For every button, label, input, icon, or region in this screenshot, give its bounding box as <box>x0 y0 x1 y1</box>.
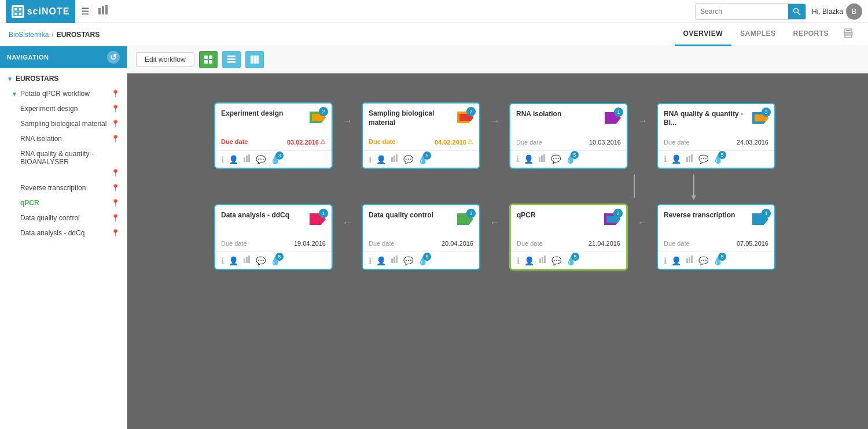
user-icon-qpcr[interactable]: 👤 <box>524 256 534 265</box>
card-sampling[interactable]: Sampling biological material 2 Due date <box>362 102 480 169</box>
card-badge-data-analysis: 1 <box>319 209 328 218</box>
tab-samples[interactable]: SAMPLES <box>731 23 785 46</box>
user-info[interactable]: Hi, Blazka B <box>812 3 862 20</box>
chart-icon-dq[interactable] <box>391 256 399 265</box>
user-icon-rna-qual[interactable]: 👤 <box>671 154 681 164</box>
due-date-data-analysis: 19.04.2016 <box>294 240 326 247</box>
tab-print-icon[interactable] <box>837 28 859 41</box>
comment-icon-dq[interactable]: 💬 <box>403 256 413 265</box>
drop-count-da: 5 <box>275 253 284 261</box>
sidebar-qpcr-label: qPCR <box>20 199 39 207</box>
user-icon-exp[interactable]: 👤 <box>229 155 238 164</box>
comment-icon-da[interactable]: 💬 <box>256 256 266 265</box>
sidebar-item-reverse-transcription[interactable]: Reverse transcription 📍 <box>0 180 127 195</box>
sidebar-item-potato-qpcr[interactable]: ▼ Potato qPCR workflow 📍 <box>0 86 127 101</box>
content: Edit workflow <box>127 46 868 429</box>
chart-icon-exp[interactable] <box>243 154 251 164</box>
view-btn-grid3[interactable] <box>245 51 264 68</box>
svg-rect-44 <box>246 257 248 263</box>
info-icon-sampling[interactable]: ℹ <box>369 155 372 164</box>
drop-count-sampling: 5 <box>423 151 431 160</box>
workflow-canvas[interactable]: Experiment design 2 Due date <box>127 73 868 429</box>
drop-badge-dq: 💧 5 <box>418 256 428 265</box>
svg-rect-31 <box>393 156 395 162</box>
sidebar-item-qpcr[interactable]: qPCR 📍 <box>0 195 127 210</box>
info-icon-rt[interactable]: ℹ <box>664 256 667 265</box>
card-title-data-analysis: Data analysis - ddCq <box>221 211 310 220</box>
user-icon-sampling[interactable]: 👤 <box>376 155 386 164</box>
info-icon-qpcr[interactable]: ℹ <box>517 256 520 265</box>
user-icon-dq[interactable]: 👤 <box>376 256 386 265</box>
chart-icon-rna-qual[interactable] <box>686 154 694 164</box>
info-icon-rna-iso[interactable]: ℹ <box>516 154 519 164</box>
due-date-qpcr: 21.04.2016 <box>589 240 620 247</box>
tab-reports[interactable]: REPORTS <box>784 23 837 46</box>
comment-icon-rna-iso[interactable]: 💬 <box>551 154 561 164</box>
sidebar-item-rna-isolation[interactable]: RNA isolation 📍 <box>0 131 127 146</box>
svg-rect-48 <box>393 257 395 263</box>
chart-icon[interactable] <box>98 5 108 18</box>
view-btn-grid1[interactable] <box>199 51 218 68</box>
sidebar-item-experiment-design[interactable]: Experiment design 📍 <box>0 101 127 116</box>
sidebar-item-sampling[interactable]: Sampling biological material 📍 <box>0 116 127 131</box>
card-rna-quality[interactable]: RNA quality & quantity - BI... 3 Due dat… <box>657 103 775 169</box>
sidebar-data-quality-label: Data quality control <box>20 214 80 222</box>
svg-rect-32 <box>396 154 398 162</box>
sidebar-item-data-analysis[interactable]: Data analysis - ddCq 📍 <box>0 225 127 241</box>
user-icon-rt[interactable]: 👤 <box>671 256 681 265</box>
sidebar-sampling-label: Sampling biological material <box>20 120 106 128</box>
chart-icon-rna-iso[interactable] <box>538 154 546 164</box>
svg-rect-54 <box>544 256 546 263</box>
svg-rect-26 <box>246 156 248 162</box>
card-rna-isolation[interactable]: RNA isolation 1 Due date 10.03.2016 <box>509 103 628 169</box>
card-title-exp: Experiment design <box>221 109 310 119</box>
card-tag-rna-qual: 3 <box>752 110 768 128</box>
svg-rect-56 <box>686 258 688 263</box>
comment-icon-rt[interactable]: 💬 <box>698 256 708 265</box>
card-experiment-design[interactable]: Experiment design 2 Due date <box>214 102 333 169</box>
user-icon-rna-iso[interactable]: 👤 <box>524 154 534 164</box>
info-icon-dq[interactable]: ℹ <box>369 256 372 265</box>
card-badge-data-quality: 1 <box>466 209 476 218</box>
search-input[interactable] <box>696 4 788 19</box>
card-data-quality[interactable]: Data quality control 1 Due date 20.04.20… <box>362 204 480 270</box>
sidebar-item-eurostars[interactable]: ▼ EUROSTARS <box>0 71 127 86</box>
card-title-rna-iso: RNA isolation <box>516 110 605 119</box>
card-qpcr[interactable]: qPCR 2 Due date 21.04.2016 <box>509 204 628 271</box>
info-icon-rna-qual[interactable]: ℹ <box>664 154 667 164</box>
user-icon-da[interactable]: 👤 <box>229 256 238 265</box>
tab-overview[interactable]: OVERVIEW <box>675 23 731 46</box>
chart-icon-qpcr[interactable] <box>539 256 547 265</box>
svg-rect-39 <box>686 157 688 162</box>
edit-workflow-button[interactable]: Edit workflow <box>136 52 194 67</box>
sidebar-item-rna-quality[interactable]: RNA quality & quantity - BIOANALYSER 📍 <box>0 146 127 180</box>
logo[interactable]: sciNOTE <box>6 0 75 23</box>
info-icon-da[interactable]: ℹ <box>221 256 224 265</box>
card-data-analysis[interactable]: Data analysis - ddCq 1 Due date 19.04.20… <box>214 204 333 270</box>
comment-icon-qpcr[interactable]: 💬 <box>551 256 561 265</box>
comment-icon-sampling[interactable]: 💬 <box>403 155 413 164</box>
svg-rect-43 <box>244 258 245 263</box>
sidebar-refresh-button[interactable]: ↺ <box>107 51 120 64</box>
info-icon-exp[interactable]: ℹ <box>221 155 224 164</box>
view-btn-grid2[interactable] <box>222 51 241 68</box>
card-tag-rna-iso: 1 <box>605 110 621 128</box>
comment-icon-exp[interactable]: 💬 <box>256 155 266 164</box>
card-reverse-transcription[interactable]: Reverse transcription 1 Due date 07.05.2… <box>657 204 775 270</box>
comment-icon-rna-qual[interactable]: 💬 <box>698 154 708 164</box>
search-button[interactable] <box>788 4 806 19</box>
card-header-rna-iso: RNA isolation 1 <box>510 104 627 136</box>
card-tag-data-analysis: 1 <box>310 211 326 229</box>
svg-rect-45 <box>248 256 250 263</box>
card-tag-qpcr: 2 <box>604 211 620 229</box>
svg-rect-57 <box>689 257 690 263</box>
hamburger-icon[interactable]: ☰ <box>81 6 89 17</box>
sidebar-item-data-quality[interactable]: Data quality control 📍 <box>0 210 127 225</box>
chart-icon-rt[interactable] <box>686 256 694 265</box>
svg-rect-34 <box>539 157 540 162</box>
card-footer-rna-qual: ℹ 👤 💬 💧 5 <box>658 150 774 168</box>
card-header-rna-qual: RNA quality & quantity - BI... 3 <box>658 104 774 136</box>
breadcrumb-parent[interactable]: BioSistemika <box>9 31 49 39</box>
chart-icon-da[interactable] <box>243 256 251 265</box>
chart-icon-sampling[interactable] <box>391 154 399 164</box>
